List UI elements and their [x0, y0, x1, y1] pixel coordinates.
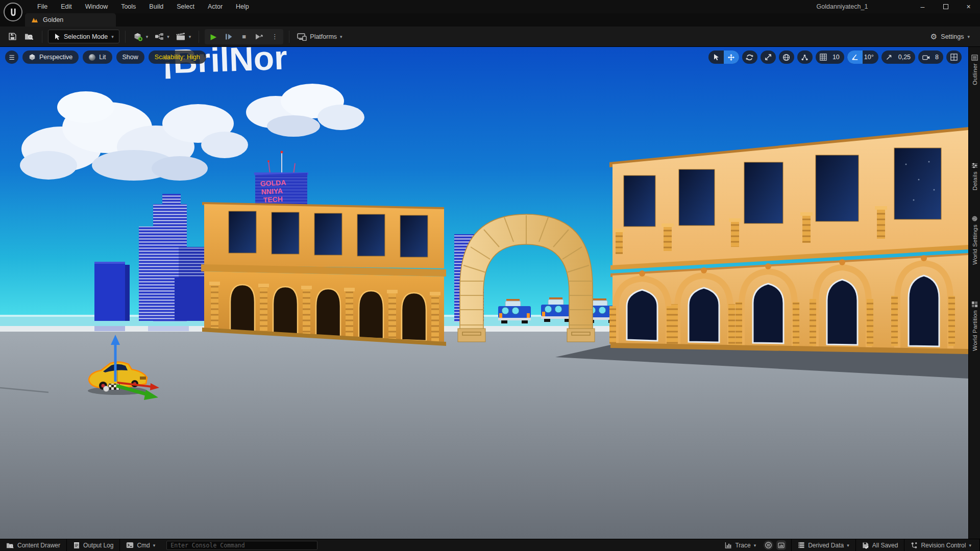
tower-sign-line-2: NNIYA: [261, 187, 283, 196]
scalability-label: Scalability: High: [155, 54, 200, 61]
insights-pause-button[interactable]: [764, 540, 773, 550]
all-saved-button[interactable]: All Saved: [856, 539, 905, 551]
toolbar-separator: [289, 31, 289, 43]
window-controls: – ×: [911, 0, 980, 13]
rotate-tool-button[interactable]: [742, 51, 757, 64]
rotation-snap-toggle[interactable]: [847, 51, 863, 64]
statusbar: Content Drawer Output Log Cmd ▾: [0, 539, 980, 551]
frame-skip-icon: [225, 33, 233, 40]
scale-icon: [765, 54, 772, 61]
tab-details[interactable]: Details: [969, 162, 980, 190]
toolbar-separator: [125, 31, 126, 43]
perspective-dropdown[interactable]: Perspective: [22, 51, 79, 64]
derived-data-dropdown[interactable]: Derived Data ▾: [791, 539, 856, 551]
chevron-down-icon: ▾: [146, 34, 149, 39]
chevron-down-icon: ▾: [754, 543, 756, 548]
frame-skip-button[interactable]: [222, 30, 236, 43]
menu-build[interactable]: Build: [142, 0, 170, 13]
menu-actor[interactable]: Actor: [201, 0, 229, 13]
chevron-down-icon: ▾: [167, 34, 169, 39]
platforms-label: Platforms: [310, 33, 337, 40]
lit-dropdown[interactable]: Lit: [83, 51, 112, 64]
select-tool-button[interactable]: [708, 51, 724, 64]
grid-snap-value[interactable]: 10: [831, 54, 844, 61]
surface-snapping-button[interactable]: [797, 51, 813, 64]
menu-help[interactable]: Help: [229, 0, 256, 13]
world-settings-label: World Settings: [972, 224, 978, 265]
menu-tools[interactable]: Tools: [114, 0, 142, 13]
launch-button[interactable]: [252, 30, 266, 43]
folder-search-icon: [24, 32, 34, 41]
derived-data-icon: [798, 542, 805, 548]
menu-select[interactable]: Select: [170, 0, 201, 13]
minimize-button[interactable]: –: [911, 0, 934, 13]
save-button[interactable]: [5, 30, 19, 44]
viewport-scene[interactable]: ¡BrilNor: [0, 47, 968, 539]
chevron-down-icon: ▾: [969, 543, 971, 548]
platforms-dropdown[interactable]: Platforms ▾: [295, 30, 344, 44]
viewport-toolbar-left: ☰ Perspective Lit Show Scalability: High: [5, 51, 206, 64]
revision-control-icon: [911, 542, 918, 549]
details-icon: [971, 162, 978, 169]
add-cube-icon: [133, 32, 143, 41]
console-command-input[interactable]: [166, 541, 317, 550]
stop-button[interactable]: ■: [237, 30, 251, 43]
close-button[interactable]: ×: [957, 0, 980, 13]
tab-label: Golden: [43, 16, 63, 23]
tab-outliner[interactable]: Outliner: [969, 54, 980, 85]
grid-snap-toggle[interactable]: [816, 51, 831, 64]
chevron-down-icon: ▾: [847, 543, 849, 548]
maximize-button[interactable]: [934, 0, 957, 13]
scale-snap-value[interactable]: 0,25: [897, 54, 915, 61]
all-saved-label: All Saved: [872, 542, 898, 549]
chevron-down-icon: ▾: [967, 34, 970, 39]
world-space-toggle[interactable]: [779, 51, 794, 64]
tab-golden[interactable]: Golden: [25, 13, 116, 27]
menu-file[interactable]: File: [31, 0, 54, 13]
unreal-editor-window: File Edit Window Tools Build Select Acto…: [0, 0, 980, 551]
scale-snap-toggle[interactable]: [881, 51, 897, 64]
cursor-icon: [713, 54, 719, 61]
unreal-logo[interactable]: [4, 3, 22, 21]
viewport[interactable]: ¡BrilNor: [0, 47, 968, 539]
left-gold-building[interactable]: [201, 202, 446, 346]
trace-icon: [725, 542, 732, 548]
cinematics-dropdown[interactable]: ▾: [174, 30, 193, 44]
tab-world-settings[interactable]: World Settings: [969, 215, 980, 265]
browse-content-button[interactable]: [22, 30, 36, 44]
capture-icon: [778, 542, 785, 548]
settings-dropdown[interactable]: ⚙ Settings ▾: [925, 32, 975, 41]
maximize-viewport-button[interactable]: [946, 51, 962, 64]
move-tool-button[interactable]: [724, 51, 739, 64]
platforms-icon: [297, 33, 307, 41]
play-options-button[interactable]: ⋮: [267, 30, 282, 43]
output-log-button[interactable]: Output Log: [67, 539, 120, 551]
camera-speed-button[interactable]: [918, 51, 934, 64]
derived-data-label: Derived Data: [808, 542, 844, 549]
quad-view-icon: [950, 54, 958, 61]
play-controls: ▶ ■ ⋮: [205, 29, 283, 44]
camera-speed-value[interactable]: 8: [934, 54, 943, 61]
content-drawer-button[interactable]: Content Drawer: [0, 539, 67, 551]
show-dropdown[interactable]: Show: [116, 51, 144, 64]
viewport-options-button[interactable]: ☰: [5, 51, 18, 64]
right-gold-building[interactable]: [609, 127, 968, 354]
play-button[interactable]: ▶: [206, 30, 220, 43]
menu-window[interactable]: Window: [79, 0, 114, 13]
chevron-down-icon: ▾: [153, 543, 156, 548]
cmd-label: Cmd: [137, 542, 150, 549]
add-actor-dropdown[interactable]: ▾: [131, 30, 151, 44]
scale-tool-button[interactable]: [761, 51, 776, 64]
blueprint-node-icon: [155, 32, 164, 41]
menu-edit[interactable]: Edit: [54, 0, 79, 13]
blueprints-dropdown[interactable]: ▾: [153, 30, 172, 44]
cmd-dropdown[interactable]: Cmd ▾: [120, 539, 161, 551]
trace-dropdown[interactable]: Trace ▾: [719, 539, 762, 551]
trace-snapshot-button[interactable]: [776, 540, 786, 550]
rotation-snap-value[interactable]: 10°: [863, 54, 878, 61]
revision-control-dropdown[interactable]: Revision Control ▾: [904, 539, 980, 551]
selection-mode-dropdown[interactable]: Selection Mode ▾: [48, 30, 119, 43]
menubar: File Edit Window Tools Build Select Acto…: [31, 0, 256, 13]
tab-world-partition[interactable]: World Partition: [969, 301, 980, 351]
scalability-button[interactable]: Scalability: High: [149, 51, 206, 64]
